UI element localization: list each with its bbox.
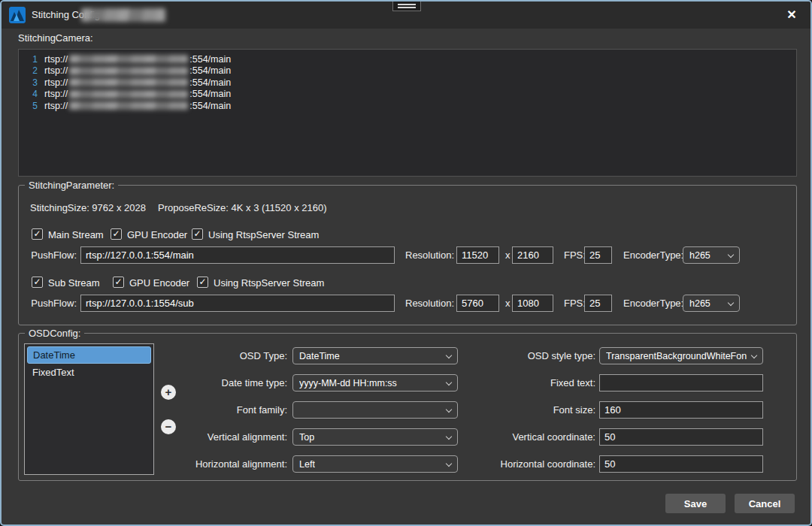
url-prefix: rtsp:// [44, 77, 68, 88]
redacted-host [69, 55, 188, 63]
sub-encoder-select[interactable]: h265 [683, 295, 740, 312]
window-grip [392, 2, 421, 11]
main-gpu-encoder-checkbox[interactable]: ✓ [111, 228, 122, 240]
font-size-input[interactable] [599, 401, 763, 419]
osd-list-item-datetime[interactable]: DateTime [27, 346, 151, 364]
fixed-text-label: Fixed text: [477, 377, 595, 388]
osd-list-item-fixedtext[interactable]: FixedText [27, 364, 151, 381]
line-number: 1 [19, 54, 44, 65]
sub-fps-input[interactable] [584, 295, 612, 312]
chevron-down-icon [446, 379, 452, 385]
osd-style-type-select[interactable]: TransparentBackgroundWhiteFon [599, 347, 763, 364]
date-time-type-label: Date time type: [182, 377, 287, 388]
minus-icon: − [165, 420, 172, 433]
plus-icon: + [165, 385, 172, 398]
osd-config-label: OSDConfig: [25, 328, 84, 339]
camera-url-row[interactable]: 2rtsp://:554/main [19, 65, 796, 77]
main-pushflow-label: PushFlow: [30, 249, 77, 261]
vertical-coordinate-label: Vertical coordinate: [477, 431, 595, 443]
stitching-config-dialog: Stitching Config - ✕ StitchingCamera: 1r… [0, 0, 812, 526]
main-resolution-height-input[interactable] [512, 246, 553, 264]
chevron-down-icon [446, 461, 452, 467]
vertical-alignment-label: Vertical alignment: [182, 431, 287, 443]
font-family-select[interactable] [292, 401, 458, 419]
main-encoder-select[interactable]: h265 [683, 246, 740, 264]
main-gpu-encoder-label: GPU Encoder [127, 229, 187, 240]
stitching-parameter-label: StitchingParameter: [25, 180, 118, 191]
sub-resolution-height-input[interactable] [512, 295, 553, 312]
check-icon: ✓ [193, 228, 201, 239]
main-rtspserver-checkbox[interactable]: ✓ [192, 228, 203, 240]
main-resolution-width-input[interactable] [456, 246, 499, 264]
close-icon[interactable]: ✕ [782, 6, 801, 24]
chevron-down-icon [446, 434, 452, 440]
sub-rtspserver-checkbox[interactable]: ✓ [197, 277, 208, 288]
date-time-type-value: yyyy-MM-dd HH:mm:ss [299, 378, 397, 388]
chevron-down-icon [728, 300, 734, 306]
redacted-title-text [81, 8, 165, 22]
osd-style-type-value: TransparentBackgroundWhiteFon [606, 351, 747, 361]
horizontal-alignment-label: Horizontal alignment: [182, 458, 287, 470]
main-pushflow-input[interactable] [80, 246, 395, 264]
sub-gpu-encoder-checkbox[interactable]: ✓ [113, 277, 124, 288]
sub-resolution-x-separator: x [505, 298, 511, 309]
sub-fps-label: FPS: [564, 298, 586, 309]
save-button[interactable]: Save [665, 494, 726, 513]
camera-url-row[interactable]: 1rtsp://:554/main [19, 53, 796, 65]
osd-item-list[interactable]: DateTime FixedText [24, 343, 154, 475]
url-suffix: :554/main [189, 77, 231, 88]
camera-url-row[interactable]: 4rtsp://:554/main [19, 89, 796, 101]
sub-rtspserver-label: Using RtspServer Stream [214, 277, 324, 289]
sub-stream-checkbox[interactable]: ✓ [32, 277, 43, 288]
remove-osd-button[interactable]: − [161, 419, 176, 434]
sub-stream-label: Sub Stream [48, 277, 100, 289]
redacted-host [69, 67, 188, 75]
sub-encoder-label: EncoderType: [623, 298, 683, 309]
sub-encoder-value: h265 [689, 298, 710, 309]
horizontal-coordinate-input[interactable] [599, 455, 763, 473]
cancel-button[interactable]: Cancel [735, 494, 795, 513]
font-family-label: Font family: [182, 404, 287, 416]
sub-resolution-width-input[interactable] [456, 295, 499, 312]
line-number: 3 [19, 77, 44, 88]
main-stream-label: Main Stream [48, 229, 104, 240]
check-icon: ✓ [198, 277, 206, 287]
main-rtspserver-label: Using RtspServer Stream [208, 229, 319, 240]
redacted-host [69, 90, 188, 98]
camera-section-label: StitchingCamera: [18, 32, 93, 44]
url-prefix: rtsp:// [44, 101, 68, 111]
url-suffix: :554/main [189, 65, 231, 76]
main-encoder-label: EncoderType: [623, 249, 683, 261]
vertical-alignment-value: Top [299, 432, 314, 443]
propose-resize-value: ProposeReSize: 4K x 3 (11520 x 2160) [158, 202, 327, 213]
font-size-label: Font size: [477, 404, 595, 416]
main-encoder-value: h265 [689, 250, 710, 261]
horizontal-coordinate-label: Horizontal coordinate: [477, 458, 595, 470]
date-time-type-select[interactable]: yyyy-MM-dd HH:mm:ss [292, 374, 458, 391]
line-number: 5 [19, 101, 44, 111]
sub-gpu-encoder-label: GPU Encoder [129, 277, 189, 289]
vertical-alignment-select[interactable]: Top [292, 428, 458, 446]
sub-pushflow-label: PushFlow: [30, 298, 77, 309]
url-suffix: :554/main [189, 54, 231, 65]
stitching-size-value: StitchingSize: 9762 x 2028 [30, 202, 146, 213]
osd-type-label: OSD Type: [182, 350, 287, 361]
camera-url-row[interactable]: 3rtsp://:554/main [19, 77, 796, 89]
horizontal-alignment-select[interactable]: Left [292, 455, 458, 473]
osd-type-select[interactable]: DateTime [292, 347, 458, 364]
main-fps-label: FPS: [564, 249, 586, 261]
osd-style-type-label: OSD style type: [477, 350, 595, 361]
add-osd-button[interactable]: + [161, 385, 176, 400]
url-suffix: :554/main [189, 89, 231, 99]
chevron-down-icon [728, 252, 734, 258]
check-icon: ✓ [114, 277, 122, 287]
osd-type-value: DateTime [299, 351, 340, 361]
camera-url-row[interactable]: 5rtsp://:554/main [19, 100, 796, 112]
main-stream-checkbox[interactable]: ✓ [32, 228, 43, 240]
sub-pushflow-input[interactable] [80, 295, 395, 312]
main-fps-input[interactable] [584, 246, 612, 264]
fixed-text-input[interactable] [599, 374, 763, 391]
camera-url-list[interactable]: 1rtsp://:554/main 2rtsp://:554/main 3rts… [18, 49, 797, 177]
redacted-host [69, 101, 188, 110]
vertical-coordinate-input[interactable] [599, 428, 763, 446]
